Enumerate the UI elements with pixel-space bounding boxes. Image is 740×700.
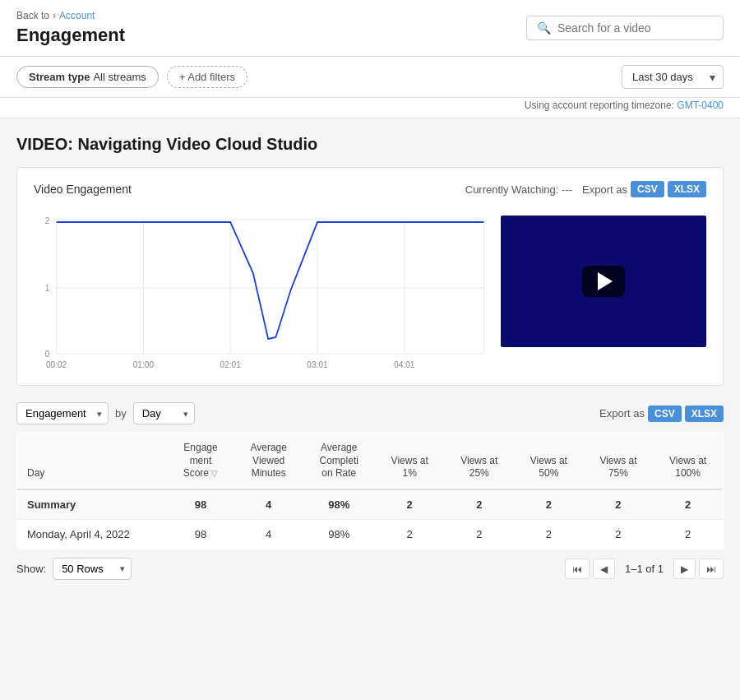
search-container[interactable]: 🔍 [526,16,724,40]
summary-engagement: 98 [167,489,234,520]
first-page-icon: ⏮ [572,563,582,575]
table-export-csv-button[interactable]: CSV [648,406,682,422]
svg-text:00:02: 00:02 [46,359,67,369]
search-input[interactable] [557,21,713,35]
back-link[interactable]: Back to › Account [16,10,125,21]
chevron-icon: › [53,10,56,21]
period-select-wrapper[interactable]: Day Week Month [133,402,195,424]
prev-page-button[interactable]: ◀ [593,559,615,579]
engagement-chart: 2 1 0 00:02 [34,207,488,372]
video-thumbnail[interactable] [501,216,706,347]
row-views-25: 2 [444,519,514,549]
table-export-xlsx-button[interactable]: XLSX [685,406,724,422]
rows-select-wrapper[interactable]: 50 Rows 10 Rows 25 Rows 100 Rows [53,558,132,580]
table-export-label: Export as [599,407,645,420]
add-filters-button[interactable]: + Add filters [167,66,247,88]
summary-views-50: 2 [514,489,584,520]
col-header-views-75[interactable]: Views at75% [584,433,654,489]
currently-watching-label: Currently Watching: --- [465,183,572,196]
timezone-text: Using account reporting timezone: [525,100,674,111]
pagination-bar: Show: 50 Rows 10 Rows 25 Rows 100 Rows ⏮… [16,549,724,588]
export-csv-button[interactable]: CSV [631,181,664,197]
svg-text:03:01: 03:01 [307,359,327,369]
chart-and-video: 2 1 0 00:02 [34,207,706,372]
export-label: Export as [582,183,627,196]
summary-label: Summary [17,489,168,520]
stream-type-button[interactable]: Stream type All streams [16,66,159,88]
row-views-1: 2 [375,519,445,549]
chart-wrapper: 2 1 0 00:02 [34,207,488,372]
chart-title: Video Engagement [34,183,132,196]
svg-text:2: 2 [45,216,50,225]
table-export-group: Export as CSV XLSX [599,406,724,422]
svg-text:01:00: 01:00 [133,359,154,369]
col-header-engagement[interactable]: EngagementScore ▽ [167,433,234,489]
row-day: Monday, April 4, 2022 [17,519,168,549]
chart-card: Video Engagement Currently Watching: ---… [16,167,724,386]
back-text: Back to [16,10,49,21]
last-page-button[interactable]: ⏭ [699,559,724,579]
next-page-icon: ▶ [681,563,688,575]
row-views-100: 2 [653,519,723,549]
row-avg-viewed: 4 [234,519,303,549]
svg-text:0: 0 [45,349,50,359]
row-views-50: 2 [514,519,584,549]
table-body: Summary 98 4 98% 2 2 2 2 2 Monday, April… [17,489,724,549]
summary-row: Summary 98 4 98% 2 2 2 2 2 [17,489,724,520]
metric-select-wrapper[interactable]: Engagement Views Play Rate [16,402,109,424]
col-header-views-100[interactable]: Views at100% [653,433,723,489]
stream-type-value: All streams [93,71,146,83]
summary-views-100: 2 [653,489,723,520]
svg-text:02:01: 02:01 [220,359,241,369]
timezone-link[interactable]: GMT-0400 [677,100,724,111]
chart-header: Video Engagement Currently Watching: ---… [34,181,706,197]
summary-avg-completion: 98% [303,489,375,520]
rows-select[interactable]: 50 Rows 10 Rows 25 Rows 100 Rows [53,558,132,580]
table-header: Day EngagementScore ▽ AverageViewedMinut… [17,433,724,489]
last-page-icon: ⏭ [706,563,716,575]
stream-type-label: Stream type [29,71,90,83]
page-header: Back to › Account Engagement 🔍 [0,0,740,57]
page-title: Engagement [16,25,125,46]
prev-page-icon: ◀ [600,563,608,575]
table-row: Monday, April 4, 2022 98 4 98% 2 2 2 2 2 [17,519,724,549]
summary-views-75: 2 [584,489,654,520]
date-range-wrapper[interactable]: Last 30 days Last 7 days Last 90 days Cu… [622,65,724,89]
col-header-day[interactable]: Day [17,433,168,489]
chart-header-right: Currently Watching: --- Export as CSV XL… [465,181,706,197]
metric-select[interactable]: Engagement Views Play Rate [16,402,109,424]
first-page-button[interactable]: ⏮ [565,559,590,579]
col-header-avg-viewed[interactable]: AverageViewedMinutes [234,433,303,489]
next-page-button[interactable]: ▶ [673,559,696,579]
summary-views-1: 2 [375,489,445,520]
play-button[interactable] [582,266,625,297]
show-label: Show: [16,563,46,575]
svg-text:04:01: 04:01 [394,359,414,369]
page-info: 1–1 of 1 [618,563,670,575]
summary-views-25: 2 [444,489,514,520]
data-table: Day EngagementScore ▽ AverageViewedMinut… [16,433,724,549]
table-controls-left: Engagement Views Play Rate by Day Week M… [16,402,195,424]
row-views-75: 2 [584,519,654,549]
header-left: Back to › Account Engagement [16,10,125,46]
date-range-select[interactable]: Last 30 days Last 7 days Last 90 days Cu… [622,65,724,89]
export-group: Export as CSV XLSX [582,181,706,197]
col-header-avg-completion[interactable]: AverageCompletion Rate [303,433,375,489]
by-label: by [115,407,127,420]
period-select[interactable]: Day Week Month [133,402,195,424]
row-avg-completion: 98% [303,519,375,549]
currently-watching-value: --- [562,183,572,196]
col-header-views-25[interactable]: Views at25% [444,433,514,489]
svg-text:1: 1 [45,283,50,293]
timezone-bar: Using account reporting timezone: GMT-04… [0,98,740,118]
filters-bar: Stream type All streams + Add filters La… [0,57,740,98]
video-title: VIDEO: Navigating Video Cloud Studio [16,135,724,154]
show-rows: Show: 50 Rows 10 Rows 25 Rows 100 Rows [16,558,132,580]
export-xlsx-button[interactable]: XLSX [668,181,706,197]
col-header-views-50[interactable]: Views at50% [514,433,584,489]
account-link[interactable]: Account [59,10,95,21]
search-icon: 🔍 [537,21,551,35]
col-header-views-1[interactable]: Views at1% [375,433,445,489]
pagination-controls: ⏮ ◀ 1–1 of 1 ▶ ⏭ [565,559,724,579]
row-engagement: 98 [167,519,234,549]
